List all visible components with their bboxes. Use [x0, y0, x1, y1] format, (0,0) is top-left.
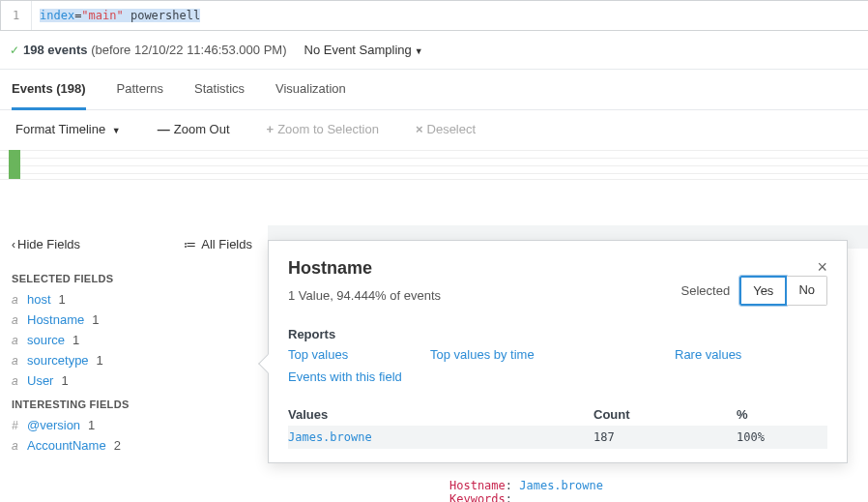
field-hostname[interactable]: aHostname1 — [12, 310, 268, 330]
field-popup: Hostname × 1 Value, 94.444% of events Se… — [268, 240, 848, 463]
search-input[interactable]: index="main" powershell — [32, 1, 868, 30]
field-source[interactable]: asource1 — [12, 330, 268, 350]
list-icon: ≔ — [184, 237, 195, 251]
values-table: Values Count % James.browne 187 100% — [288, 403, 827, 449]
events-count[interactable]: 198 events — [23, 43, 88, 57]
line-number: 1 — [1, 1, 32, 30]
tabs: Events (198) Patterns Statistics Visuali… — [0, 70, 868, 110]
chevron-down-icon: ▼ — [112, 126, 121, 135]
all-fields-button[interactable]: ≔All Fields — [184, 237, 252, 251]
values-header: Values Count % — [288, 403, 827, 426]
field-sourcetype[interactable]: asourcetype1 — [12, 350, 268, 370]
sampling-dropdown[interactable]: No Event Sampling▼ — [304, 43, 423, 57]
selected-label: Selected — [681, 283, 731, 298]
top-values-time-link[interactable]: Top values by time — [430, 347, 675, 362]
tab-statistics[interactable]: Statistics — [194, 70, 245, 109]
tab-visualization[interactable]: Visualization — [275, 70, 346, 109]
interesting-fields-heading: INTERESTING FIELDS — [12, 391, 268, 415]
check-icon: ✓ — [10, 44, 19, 57]
search-bar[interactable]: 1 index="main" powershell — [0, 0, 868, 31]
token-term: powershell — [124, 9, 200, 22]
no-button[interactable]: No — [787, 276, 827, 306]
status-bar: ✓ 198 events (before 12/10/22 11:46:53.0… — [0, 31, 868, 70]
deselect-button: ×Deselect — [416, 122, 476, 136]
token-index: index — [40, 9, 74, 22]
fields-sidebar: ‹Hide Fields ≔All Fields SELECTED FIELDS… — [0, 221, 268, 465]
timeline-toolbar: Format Timeline ▼ —Zoom Out +Zoom to Sel… — [0, 110, 868, 148]
close-icon[interactable]: × — [817, 258, 827, 276]
timestamp: (before 12/10/22 11:46:53.000 PM) — [91, 43, 286, 57]
rare-values-link[interactable]: Rare values — [675, 347, 820, 362]
events-with-field-link[interactable]: Events with this field — [288, 369, 827, 384]
zoom-out-button[interactable]: —Zoom Out — [158, 122, 230, 136]
hide-fields-button[interactable]: ‹Hide Fields — [12, 237, 80, 251]
chevron-down-icon: ▼ — [415, 46, 423, 56]
value-row[interactable]: James.browne 187 100% — [288, 426, 827, 449]
selected-toggle[interactable]: Yes No — [739, 276, 827, 306]
chevron-left-icon: ‹ — [12, 238, 15, 251]
tab-patterns[interactable]: Patterns — [117, 70, 163, 109]
field-accountname[interactable]: aAccountName2 — [12, 435, 268, 456]
popup-title: Hostname — [288, 258, 372, 279]
field-host[interactable]: ahost1 — [12, 289, 268, 310]
selected-fields-heading: SELECTED FIELDS — [12, 265, 268, 289]
field-version[interactable]: #@version1 — [12, 415, 268, 435]
reports-heading: Reports — [288, 327, 827, 341]
top-values-link[interactable]: Top values — [288, 347, 430, 362]
timeline[interactable] — [0, 148, 868, 183]
field-user[interactable]: aUser1 — [12, 370, 268, 391]
format-timeline-dropdown[interactable]: Format Timeline ▼ — [15, 122, 121, 136]
tab-events[interactable]: Events (198) — [12, 70, 86, 110]
timeline-bar[interactable] — [9, 150, 20, 179]
zoom-to-selection-button: +Zoom to Selection — [267, 122, 379, 136]
token-string: "main" — [81, 9, 123, 22]
yes-button[interactable]: Yes — [739, 276, 787, 306]
